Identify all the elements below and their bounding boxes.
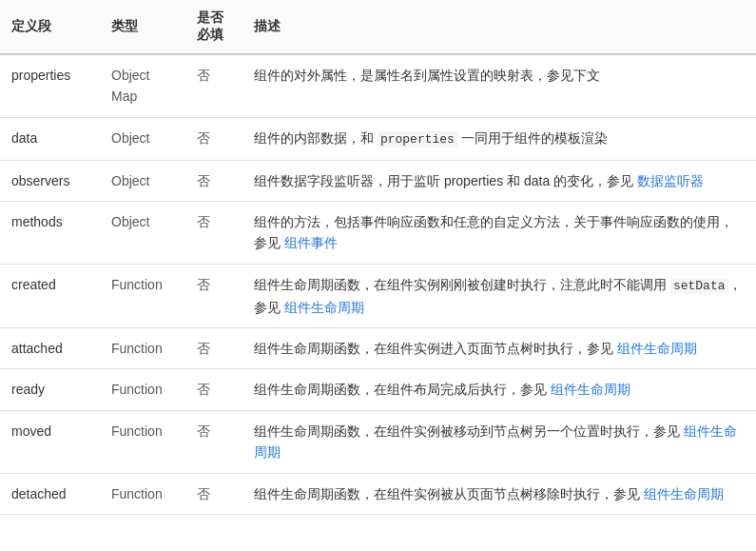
cell-name: methods (0, 201, 100, 264)
table-row: moved Function 否 组件生命周期函数，在组件实例被移动到节点树另一… (0, 410, 756, 473)
cell-type: Object (100, 160, 185, 201)
table-header: 定义段 类型 是否必填 描述 (0, 0, 756, 54)
cell-name: moved (0, 410, 100, 473)
table-row: detached Function 否 组件生命周期函数，在组件实例被从页面节点… (0, 473, 756, 514)
link-attached[interactable]: 组件生命周期 (617, 341, 697, 356)
link-moved[interactable]: 组件生命周期 (254, 423, 737, 460)
cell-type: ObjectMap (100, 54, 185, 117)
table-row: ready Function 否 组件生命周期函数，在组件布局完成后执行，参见 … (0, 369, 756, 410)
cell-type: Function (100, 327, 185, 368)
table-row: created Function 否 组件生命周期函数，在组件实例刚刚被创建时执… (0, 264, 756, 327)
cell-required: 否 (185, 54, 242, 117)
cell-name: attached (0, 327, 100, 368)
header-name: 定义段 (0, 0, 100, 54)
cell-desc: 组件的对外属性，是属性名到属性设置的映射表，参见下文 (242, 54, 756, 117)
cell-name: created (0, 264, 100, 327)
table-row: observers Object 否 组件数据字段监听器，用于监听 proper… (0, 160, 756, 201)
cell-required: 否 (185, 201, 242, 264)
header-type: 类型 (100, 0, 185, 54)
table-row: attached Function 否 组件生命周期函数，在组件实例进入页面节点… (0, 327, 756, 368)
cell-desc: 组件生命周期函数，在组件实例刚刚被创建时执行，注意此时不能调用 setData，… (242, 264, 756, 327)
cell-desc: 组件生命周期函数，在组件布局完成后执行，参见 组件生命周期 (242, 369, 756, 410)
cell-desc: 组件数据字段监听器，用于监听 properties 和 data 的变化，参见 … (242, 160, 756, 201)
cell-name: properties (0, 54, 100, 117)
cell-name: data (0, 117, 100, 160)
cell-type: Function (100, 369, 185, 410)
cell-required: 否 (185, 327, 242, 368)
link-ready[interactable]: 组件生命周期 (551, 382, 630, 397)
header-description: 描述 (242, 0, 756, 54)
table-row: data Object 否 组件的内部数据，和 properties 一同用于组… (0, 117, 756, 160)
cell-type: Function (100, 264, 185, 327)
cell-desc: 组件生命周期函数，在组件实例进入页面节点树时执行，参见 组件生命周期 (242, 327, 756, 368)
cell-name: observers (0, 160, 100, 201)
cell-required: 否 (185, 117, 242, 160)
table-row: methods Object 否 组件的方法，包括事件响应函数和任意的自定义方法… (0, 201, 756, 264)
link-detached[interactable]: 组件生命周期 (644, 486, 724, 502)
cell-name: detached (0, 473, 100, 514)
cell-desc: 组件的内部数据，和 properties 一同用于组件的模板渲染 (242, 117, 756, 160)
cell-required: 否 (185, 473, 242, 514)
cell-desc: 组件的方法，包括事件响应函数和任意的自定义方法，关于事件响应函数的使用，参见 组… (242, 201, 756, 264)
table-row: properties ObjectMap 否 组件的对外属性，是属性名到属性设置… (0, 54, 756, 117)
cell-type: Object (100, 201, 185, 264)
cell-desc: 组件生命周期函数，在组件实例被从页面节点树移除时执行，参见 组件生命周期 (242, 473, 756, 514)
cell-required: 否 (185, 410, 242, 473)
link-methods[interactable]: 组件事件 (284, 235, 338, 250)
link-created[interactable]: 组件生命周期 (284, 300, 364, 315)
cell-required: 否 (185, 160, 242, 201)
cell-desc: 组件生命周期函数，在组件实例被移动到节点树另一个位置时执行，参见 组件生命周期 (242, 410, 756, 473)
cell-type: Function (100, 410, 185, 473)
header-required: 是否必填 (185, 0, 242, 54)
cell-required: 否 (185, 264, 242, 327)
cell-type: Object (100, 117, 185, 160)
link-observers[interactable]: 数据监听器 (637, 173, 704, 188)
cell-required: 否 (185, 369, 242, 410)
cell-name: ready (0, 369, 100, 410)
cell-type: Function (100, 473, 185, 514)
